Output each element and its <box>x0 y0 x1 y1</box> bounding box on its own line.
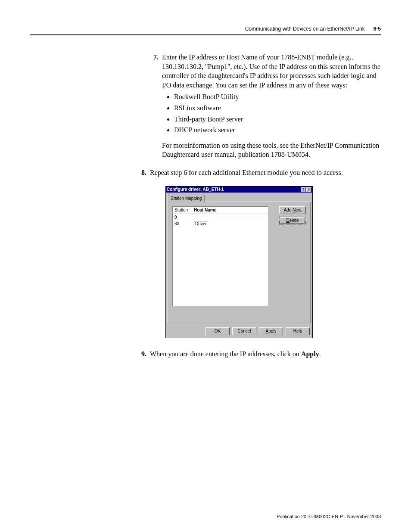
cancel-button[interactable]: Cancel <box>232 327 256 335</box>
hostname-input[interactable]: Driver <box>194 221 208 227</box>
close-icon[interactable]: × <box>306 187 311 192</box>
station-cell: 63 <box>173 221 192 227</box>
bullet-item: Rockwell BootP Utility <box>174 92 381 102</box>
configure-driver-dialog: Configure driver: AB_ETH-1 ? × Station M… <box>165 186 313 339</box>
step-number: 8. <box>134 168 146 347</box>
hostname-cell[interactable]: Driver <box>192 221 268 227</box>
header-page-number: 6-5 <box>374 26 381 32</box>
step-8: 8. Repeat step 6 for each additional Eth… <box>134 168 381 347</box>
apply-button[interactable]: Apply <box>259 327 283 335</box>
bullet-item: DHCP network server <box>174 125 381 135</box>
step-8-text: Repeat step 6 for each additional Ethern… <box>150 169 343 176</box>
step-9: 9. When you are done entering the IP add… <box>134 349 381 359</box>
bullet-item: RSLinx software <box>174 103 381 113</box>
help-button[interactable]: Help <box>286 327 310 335</box>
dialog-titlebar: Configure driver: AB_ETH-1 ? × <box>166 187 312 193</box>
tab-station-mapping[interactable]: Station Mapping <box>168 195 205 202</box>
page-footer: Publication 20D-UM002C-EN-P - November 2… <box>277 514 381 519</box>
station-listbox[interactable]: Station Host Name 0 63 <box>172 206 268 306</box>
step-7: 7. Enter the IP address or Host Name of … <box>146 53 381 165</box>
tab-bar: Station Mapping <box>166 193 312 202</box>
dialog-button-row: OK Cancel Apply Help <box>166 325 312 338</box>
bullet-item: Third-party BootP server <box>174 115 381 124</box>
tab-panel: Station Host Name 0 63 <box>168 202 311 323</box>
help-icon[interactable]: ? <box>301 187 306 192</box>
step-number: 7. <box>146 53 159 165</box>
step-9-bold: Apply <box>301 350 319 358</box>
step-7-bullets: Rockwell BootP Utility RSLinx software T… <box>162 92 381 134</box>
step-number: 9. <box>134 349 146 359</box>
column-header-hostname: Host Name <box>192 207 268 214</box>
step-9-text-suffix: . <box>319 350 321 358</box>
page-header: Communicating with Devices on an EtherNe… <box>30 26 381 35</box>
step-7-text: Enter the IP address or Host Name of you… <box>162 53 380 89</box>
add-new-button[interactable]: Add New <box>279 206 306 214</box>
header-title: Communicating with Devices on an EtherNe… <box>245 26 365 32</box>
hostname-cell[interactable] <box>192 214 268 221</box>
station-cell: 0 <box>173 214 192 221</box>
step-9-text-prefix: When you are done entering the IP addres… <box>150 350 301 358</box>
column-header-station: Station <box>173 207 192 214</box>
table-row[interactable]: 0 <box>173 214 268 221</box>
ok-button[interactable]: OK <box>206 327 230 335</box>
content-area: 7. Enter the IP address or Host Name of … <box>146 53 381 359</box>
table-row[interactable]: 63 Driver <box>173 221 268 227</box>
step-7-post-text: For moreinformation on using these tools… <box>162 141 381 159</box>
dialog-title: Configure driver: AB_ETH-1 <box>167 187 301 193</box>
delete-button[interactable]: Delete <box>279 217 306 224</box>
